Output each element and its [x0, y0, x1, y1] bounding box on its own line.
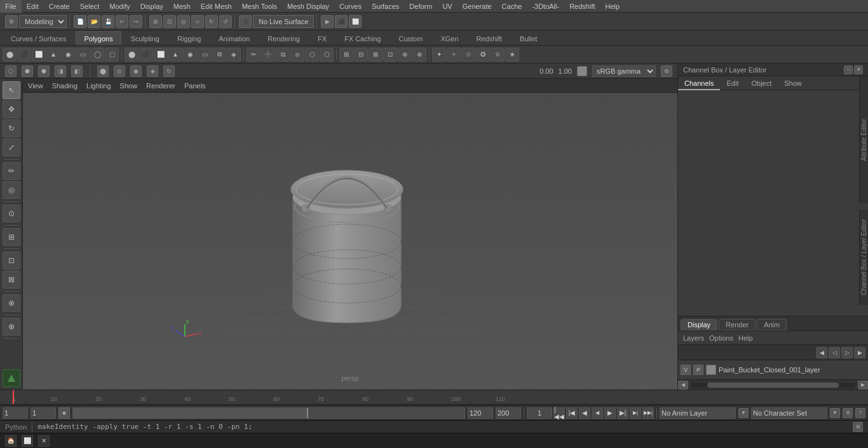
wedge-icon[interactable]: ⊕	[412, 48, 426, 62]
main-viewport[interactable]: View Shading Lighting Show Renderer Pane…	[23, 79, 677, 390]
extrude-icon[interactable]: ⊞	[339, 48, 353, 62]
undo-icon[interactable]: ↩	[116, 15, 128, 28]
snap5-icon[interactable]: ↻	[205, 15, 218, 28]
menu-generate[interactable]: Generate	[458, 0, 497, 13]
range-end-input[interactable]	[496, 407, 521, 419]
display-layer-tab[interactable]: Display	[681, 319, 717, 330]
poly-gear-icon[interactable]: ⚙	[212, 48, 226, 62]
snap1-icon[interactable]: ⊞	[149, 15, 162, 28]
menu-help[interactable]: Help	[600, 0, 625, 13]
play-fwd-btn[interactable]: ▶	[604, 407, 616, 419]
layer-visible-btn[interactable]: V	[681, 365, 691, 375]
channels-tab[interactable]: Channels	[678, 76, 720, 90]
display-btn[interactable]: ⊗	[3, 294, 20, 312]
layers-option[interactable]: Layers	[683, 334, 704, 342]
panel-min-btn[interactable]: −	[844, 65, 853, 74]
redo-icon[interactable]: ↪	[130, 15, 142, 28]
tab-sculpting[interactable]: Sculpting	[123, 31, 168, 45]
poly-plane-icon[interactable]: ▭	[198, 48, 212, 62]
range-color-btn[interactable]: ■	[58, 407, 70, 419]
timeline[interactable]: 1 10 20 30 40 50 60 70 80 90 100 110	[0, 390, 868, 405]
frame-current-input[interactable]	[31, 407, 56, 419]
snap2-icon[interactable]: ⊡	[163, 15, 176, 28]
playback-end-input[interactable]	[468, 407, 493, 419]
frame-start-input[interactable]	[3, 407, 28, 419]
tool10-icon[interactable]: ✬	[505, 48, 519, 62]
show-tab[interactable]: Show	[778, 76, 808, 90]
char-set-help-icon[interactable]: ?	[855, 408, 865, 418]
scroll-left-btn[interactable]: ◀	[678, 381, 688, 390]
menu-cache[interactable]: Cache	[497, 0, 527, 13]
separate-icon[interactable]: ⧈	[290, 48, 304, 62]
vp-icon6[interactable]: ⬤	[97, 65, 109, 77]
layer-prev-btn[interactable]: ◀	[816, 347, 827, 358]
snap-btn[interactable]: ⊕	[3, 318, 20, 336]
object-tab[interactable]: Object	[745, 76, 778, 90]
play-back-btn[interactable]: ◀	[592, 407, 603, 419]
menu-3dtool[interactable]: -3DtoAll-	[527, 0, 564, 13]
menu-redshift[interactable]: Redshift	[564, 0, 600, 13]
open-file-icon[interactable]: 📂	[88, 15, 100, 28]
pen-icon[interactable]: ✏	[247, 48, 261, 62]
save-file-icon[interactable]: 💾	[102, 15, 114, 28]
mirror-icon[interactable]: ⬠	[320, 48, 334, 62]
menu-uv[interactable]: UV	[437, 0, 457, 13]
timeline-track[interactable]: 1 10 20 30 40 50 60 70 80 90 100 110	[0, 390, 868, 405]
workspace-selector[interactable]: Modeling	[19, 15, 67, 28]
scroll-right-btn[interactable]: ▶	[858, 381, 868, 390]
ipr-icon[interactable]: ⬜	[349, 15, 362, 28]
sphere-icon[interactable]: ⬤	[3, 48, 17, 62]
shading-menu[interactable]: Shading	[50, 82, 80, 90]
grid-btn[interactable]: ⊡	[3, 252, 20, 269]
poly-cone-icon[interactable]: ▲	[168, 48, 182, 62]
show-manip-btn[interactable]: ⊞	[3, 228, 20, 246]
win-icon2[interactable]: ⬜	[22, 435, 33, 447]
cube-icon[interactable]: ⬛	[17, 48, 31, 62]
poly-sphere-icon[interactable]: ⬤	[125, 48, 139, 62]
rotate-tool-btn[interactable]: ↻	[3, 119, 20, 137]
char-set-icon[interactable]: ▼	[830, 408, 840, 418]
cone-icon[interactable]: ▲	[46, 48, 60, 62]
tab-animation[interactable]: Animation	[210, 31, 258, 45]
tab-xgen[interactable]: XGen	[432, 31, 466, 45]
live-surface-button[interactable]: No Live Surface	[253, 15, 314, 28]
color-space-selector[interactable]: sRGB gamma	[592, 65, 656, 77]
tab-polygons[interactable]: Polygons	[76, 31, 121, 45]
attribute-editor-tab[interactable]: Attribute Editor	[859, 76, 868, 203]
range-bar[interactable]	[72, 407, 465, 419]
menu-modify[interactable]: Modify	[104, 0, 135, 13]
vp-icon4[interactable]: ◨	[55, 65, 66, 77]
tab-redshift[interactable]: Redshift	[468, 31, 510, 45]
tab-rigging[interactable]: Rigging	[169, 31, 209, 45]
tool6-icon[interactable]: ✧	[447, 48, 461, 62]
soft-sel-btn[interactable]: ◎	[3, 181, 20, 199]
tab-bullet[interactable]: Bullet	[512, 31, 546, 45]
color-swatch[interactable]	[577, 66, 587, 76]
menu-surfaces[interactable]: Surfaces	[367, 0, 404, 13]
menu-mesh[interactable]: Mesh	[168, 0, 196, 13]
anim-layer-tab[interactable]: Anim	[757, 319, 787, 330]
renderer-menu[interactable]: Renderer	[144, 82, 178, 90]
layer-playback-btn[interactable]: P	[693, 365, 703, 375]
menu-deform[interactable]: Deform	[404, 0, 437, 13]
camera-icon[interactable]: 🎥	[239, 15, 252, 28]
go-last-btn[interactable]: ▶▶|	[642, 407, 654, 419]
vp-icon10[interactable]: ↻	[163, 65, 175, 77]
channel-box-tab-side[interactable]: Channel Box / Layer Editor	[859, 210, 868, 305]
go-first-btn[interactable]: |◀◀	[553, 407, 565, 419]
tab-rendering[interactable]: Rendering	[259, 31, 308, 45]
tab-fx-caching[interactable]: FX Caching	[336, 31, 389, 45]
transport-frame-input[interactable]	[527, 407, 552, 419]
tab-fx[interactable]: FX	[309, 31, 335, 45]
anim-layer-select[interactable]: No Anim Layer	[660, 407, 736, 419]
settings-icon[interactable]: ⚙	[5, 15, 18, 28]
edit-tab[interactable]: Edit	[720, 76, 745, 90]
go-prev-key-btn[interactable]: |◀	[566, 407, 578, 419]
connect-icon[interactable]: ⊡	[383, 48, 397, 62]
step-fwd-btn[interactable]: ▶|	[617, 407, 628, 419]
color-settings-icon[interactable]: ⚙	[661, 65, 672, 77]
tab-custom[interactable]: Custom	[391, 31, 431, 45]
vp-icon7[interactable]: ◎	[114, 65, 125, 77]
vp-icon3[interactable]: ⬣	[38, 65, 50, 77]
view-menu[interactable]: View	[25, 82, 46, 90]
